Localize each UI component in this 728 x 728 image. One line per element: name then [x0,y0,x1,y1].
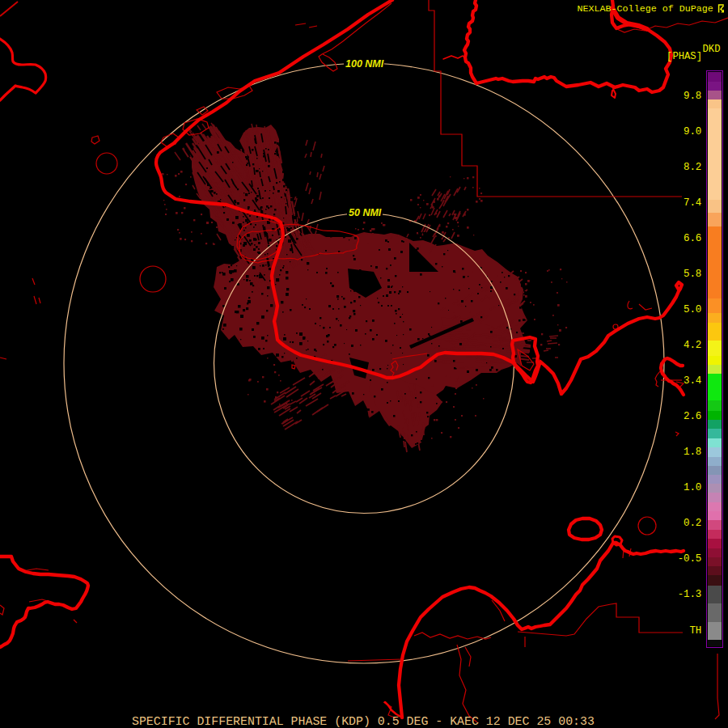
svg-text:SPECIFIC DIFFERENTIAL PHASE (K: SPECIFIC DIFFERENTIAL PHASE (KDP) 0.5 DE… [132,715,595,728]
svg-text:7.4: 7.4 [684,197,701,209]
svg-text:-1.3: -1.3 [678,589,701,600]
svg-text:8.2: 8.2 [684,162,701,173]
svg-text:9.8: 9.8 [684,91,701,102]
svg-text:-0.5: -0.5 [678,553,701,565]
svg-text:1.0: 1.0 [684,482,701,493]
svg-text:5.0: 5.0 [684,304,701,315]
svg-text:5.8: 5.8 [684,269,701,280]
svg-text:2.6: 2.6 [684,411,701,422]
svg-text:50 NMI: 50 NMI [349,207,382,218]
svg-text:[PHAS]: [PHAS] [667,51,702,62]
svg-text:9.0: 9.0 [684,126,701,138]
svg-text:3.4: 3.4 [684,375,701,387]
svg-text:DKD: DKD [703,44,721,55]
svg-text:4.2: 4.2 [684,340,701,351]
svg-text:NEXLAB-College of DuPage: NEXLAB-College of DuPage [578,3,713,15]
svg-text:0.2: 0.2 [684,518,701,529]
svg-text:100 NMI: 100 NMI [345,58,384,70]
svg-text:1.8: 1.8 [684,447,701,458]
svg-text:6.6: 6.6 [684,233,701,244]
svg-text:TH: TH [689,625,701,637]
